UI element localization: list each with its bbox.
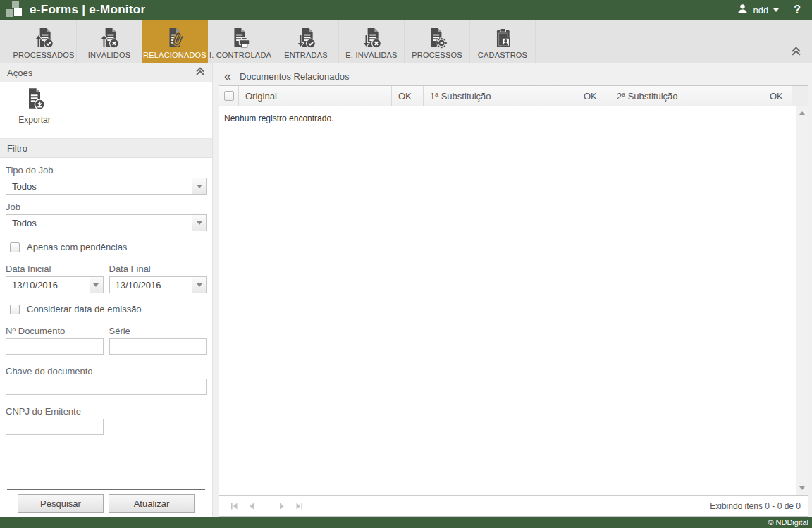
actions-section-header: Ações	[0, 63, 212, 82]
column-header-ok-3[interactable]: OK	[763, 86, 792, 106]
chave-documento-input[interactable]	[6, 379, 207, 395]
table-header-row: Original OK 1ª Substituição OK 2ª Substi…	[219, 86, 808, 106]
tab-label: PROCESSOS	[412, 51, 462, 59]
first-page-button[interactable]	[228, 501, 240, 512]
cnpj-emitente-label: CNPJ do Emitente	[6, 406, 207, 417]
column-header-ok-1[interactable]: OK	[392, 86, 424, 106]
select-all-cell	[219, 86, 239, 106]
data-inicial-value: 13/10/2016	[6, 277, 90, 293]
cnpj-emitente-input[interactable]	[6, 419, 104, 435]
app-title: e-Forms | e-Monitor	[30, 3, 145, 17]
actions-area: Exportar	[0, 82, 212, 139]
column-header-2a-substituicao[interactable]: 2ª Substituição	[610, 86, 763, 106]
tab-processos[interactable]: PROCESSOS	[405, 20, 470, 63]
vertical-scrollbar[interactable]	[796, 106, 808, 495]
data-final-value: 13/10/2016	[110, 277, 193, 293]
footer-bar: © NDDigital	[0, 517, 812, 528]
tab-label: ENTRADAS	[284, 51, 328, 59]
tab-i-controlada[interactable]: I. CONTROLADA	[208, 20, 273, 63]
page-title: Documentos Relacionados	[240, 71, 349, 82]
table-body: Nenhum registro encontrado.	[219, 106, 808, 495]
search-button[interactable]: Pesquisar	[18, 494, 104, 513]
main-content: « Documentos Relacionados Original OK 1ª…	[213, 63, 812, 517]
tab-label: CADASTROS	[478, 51, 527, 59]
panel-title-bar: « Documentos Relacionados	[219, 67, 808, 85]
collapse-sidebar-icon[interactable]: «	[224, 70, 231, 82]
app-window: e-Forms | e-Monitor ndd ?	[0, 0, 812, 528]
scrollbar-header-cap	[792, 86, 808, 106]
apenas-pendencias-label: Apenas com pendências	[27, 242, 127, 252]
data-inicial-label: Data Inicial	[6, 264, 104, 274]
tab-cadastros[interactable]: CADASTROS	[470, 20, 536, 63]
document-upload-error-icon	[99, 23, 120, 49]
tipo-do-job-select[interactable]: Todos	[6, 178, 207, 195]
apenas-pendencias-checkbox[interactable]	[10, 242, 20, 252]
actions-title: Ações	[7, 68, 195, 78]
export-label: Exportar	[18, 115, 50, 125]
next-page-button[interactable]	[276, 501, 288, 512]
refresh-button[interactable]: Atualizar	[109, 494, 195, 513]
considerar-emissao-checkbox-row[interactable]: Considerar data de emissão	[10, 304, 207, 314]
user-name: ndd	[753, 5, 769, 16]
tab-e-invalidas[interactable]: E. INVÁLIDAS	[339, 20, 405, 63]
chevron-down-icon	[773, 8, 779, 12]
tab-label: E. INVÁLIDAS	[345, 51, 397, 59]
document-download-check-icon	[295, 23, 316, 49]
user-icon	[737, 3, 749, 18]
data-final-label: Data Final	[109, 264, 207, 274]
data-final-select[interactable]: 13/10/2016	[109, 276, 207, 293]
considerar-emissao-checkbox[interactable]	[10, 305, 20, 314]
document-printer-icon	[230, 23, 251, 49]
select-all-checkbox[interactable]	[224, 91, 234, 101]
tab-relacionados[interactable]: RELACIONADOS	[142, 20, 208, 63]
tab-entradas[interactable]: ENTRADAS	[273, 20, 339, 63]
job-value: Todos	[6, 215, 192, 231]
filter-form: Tipo do Job Todos Job Todos Apenas com p…	[0, 158, 212, 489]
chevron-down-icon	[192, 277, 206, 293]
clipboard-person-icon	[492, 23, 513, 49]
chave-documento-label: Chave do documento	[6, 366, 207, 376]
export-icon	[23, 87, 46, 113]
previous-page-button[interactable]	[246, 501, 257, 512]
scroll-up-icon[interactable]	[799, 111, 805, 115]
serie-label: Série	[109, 326, 207, 336]
serie-input[interactable]	[109, 338, 207, 355]
tab-label: RELACIONADOS	[143, 51, 207, 59]
considerar-emissao-label: Considerar data de emissão	[27, 304, 142, 314]
chevron-down-icon	[192, 178, 206, 194]
scroll-down-icon[interactable]	[799, 486, 805, 490]
column-header-original[interactable]: Original	[239, 86, 392, 106]
sidebar: Ações Exportar	[0, 63, 213, 517]
num-documento-label: Nº Documento	[6, 326, 104, 336]
document-paperclip-icon	[164, 23, 185, 49]
user-menu[interactable]: ndd	[737, 3, 780, 18]
apenas-pendencias-checkbox-row[interactable]: Apenas com pendências	[10, 242, 207, 252]
filter-section-header: Filtro	[0, 139, 212, 158]
column-header-1a-substituicao[interactable]: 1ª Substituição	[424, 86, 577, 106]
document-download-error-icon	[361, 23, 382, 49]
app-logo-icon	[0, 0, 25, 20]
document-gear-icon	[426, 23, 448, 49]
chevron-down-icon	[90, 277, 103, 293]
tipo-do-job-label: Tipo do Job	[6, 165, 207, 176]
num-documento-input[interactable]	[6, 338, 104, 355]
sidebar-footer: Pesquisar Atualizar	[0, 489, 212, 517]
tipo-do-job-value: Todos	[6, 178, 192, 194]
job-select[interactable]: Todos	[6, 214, 207, 231]
tab-invalidos[interactable]: INVÁLIDOS	[77, 20, 142, 63]
tab-processados[interactable]: PROCESSADOS	[11, 20, 77, 63]
toolbar-collapse-button[interactable]	[791, 46, 801, 59]
data-inicial-select[interactable]: 13/10/2016	[6, 276, 104, 293]
column-header-ok-2[interactable]: OK	[577, 86, 610, 106]
empty-message: Nenhum registro encontrado.	[219, 106, 808, 130]
document-upload-check-icon	[33, 23, 54, 49]
export-button[interactable]: Exportar	[9, 87, 60, 125]
tab-label: INVÁLIDOS	[88, 51, 131, 59]
help-button[interactable]: ?	[794, 4, 801, 16]
last-page-button[interactable]	[294, 501, 305, 512]
tab-label: PROCESSADOS	[13, 51, 74, 59]
pagination-bar: Exibindo itens 0 - 0 de 0	[219, 495, 808, 516]
documents-grid-panel: Original OK 1ª Substituição OK 2ª Substi…	[219, 85, 808, 517]
actions-collapse-button[interactable]	[195, 66, 205, 79]
chevron-down-icon	[192, 215, 206, 231]
